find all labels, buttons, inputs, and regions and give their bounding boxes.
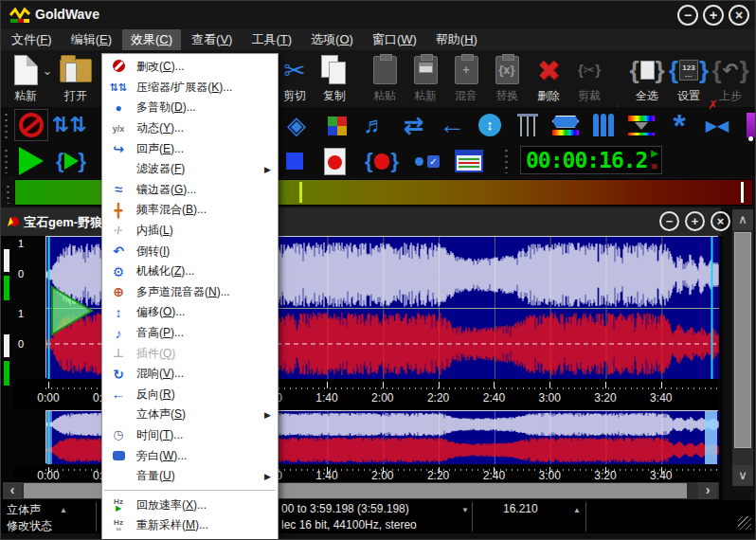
channel2-level-indicator[interactable] (4, 361, 9, 386)
menu-item-5[interactable]: 滤波器(F)▶ (102, 159, 278, 180)
record-button[interactable] (317, 145, 351, 177)
menu-item-6[interactable]: ≈镶边器(G)... (102, 180, 278, 201)
channel-mode-up-icon[interactable]: ▲ (60, 506, 67, 514)
scroll-right-icon[interactable]: › (698, 482, 717, 499)
pitch-button[interactable]: ♬ (357, 109, 391, 141)
select-all-button[interactable]: {} 全选 (627, 52, 667, 105)
menu-item-label: 删改(C)... (136, 59, 185, 75)
menu-item-19[interactable]: 旁白(W)... (102, 445, 278, 466)
scroll-up-icon[interactable]: ∧ (732, 209, 753, 230)
open-dropdown-button[interactable]: ⌄ (41, 52, 54, 105)
menu-item-20[interactable]: 音量(U)▶ (102, 466, 278, 487)
menu-item-18[interactable]: ◷时间(T)... (102, 425, 278, 446)
delete-button[interactable]: ✖ 删除 (529, 52, 568, 105)
menu-item-17[interactable]: 立体声(S)▶ (102, 405, 278, 425)
doc-close-button[interactable]: × (711, 211, 730, 231)
menu-item-8[interactable]: ·/·内插(L) (102, 221, 278, 242)
status-divider (585, 502, 586, 531)
doppler-button[interactable]: ◈ (279, 109, 314, 141)
menu-item-14: ⊥插件(Q) (102, 343, 278, 364)
menu-item-label: 机械化(Z)... (136, 263, 194, 279)
play-options-button[interactable]: ✓ (410, 145, 444, 177)
maximize-button[interactable]: + (703, 5, 724, 26)
new-button[interactable]: 粘新 (6, 52, 45, 105)
censor-effect-button[interactable] (14, 109, 48, 141)
mix-button[interactable]: + 混音 (446, 52, 486, 105)
menu-item-7[interactable]: ╋频率混合(B)... (102, 200, 278, 221)
vertical-scroll-thumb[interactable] (734, 232, 751, 448)
menu-item-16[interactable]: ←反向(R) (102, 385, 278, 405)
timeline-label: 2:40 (483, 391, 505, 405)
paste-new-button[interactable]: 粘新 (405, 52, 445, 105)
menu-item-9[interactable]: ↶倒转(I) (102, 241, 278, 261)
menu-item-0[interactable]: 删改(C)... (102, 57, 278, 78)
minimize-button[interactable]: − (677, 5, 698, 26)
open-button[interactable]: 打开 (56, 52, 96, 105)
menubar-item-4[interactable]: 工具(T) (243, 29, 300, 50)
exchange-button[interactable]: ⇄ (397, 109, 431, 141)
doc-maximize-button[interactable]: + (685, 211, 705, 231)
reverse-button[interactable]: ← (435, 109, 469, 141)
scroll-down-icon[interactable]: ∨ (732, 465, 753, 486)
menu-separator (104, 490, 276, 491)
scroll-left-icon[interactable]: ‹ (3, 482, 22, 499)
cut-button[interactable]: ✂ 剪切 (275, 52, 315, 105)
trim-button[interactable]: {✂} 剪裁 (569, 52, 609, 105)
control-properties-button[interactable] (452, 145, 486, 177)
menubar-item-3[interactable]: 查看(V) (183, 29, 241, 50)
menu-item-21[interactable]: Hz▶回放速率(X)... (102, 495, 278, 515)
menubar-item-6[interactable]: 窗口(W) (364, 29, 425, 50)
channel1-indicator[interactable] (4, 249, 9, 272)
channel1-level-indicator[interactable] (4, 276, 9, 300)
resize-grip[interactable] (738, 516, 751, 530)
menu-item-2[interactable]: ●多普勒(D)... (102, 98, 278, 118)
record-selection-button[interactable]: {} (365, 145, 399, 177)
toolbar-grip[interactable] (3, 111, 8, 139)
menubar-item-2[interactable]: 效果(C) (122, 29, 181, 50)
clipped-toolbar-icon[interactable] (747, 113, 756, 137)
effects-menu: 删改(C)...⇅⇅压缩器/扩展器(K)...●多普勒(D)...y/x动态(Y… (101, 53, 279, 540)
menu-item-12[interactable]: ↕偏移(O)... (102, 302, 278, 323)
timeline-tick (494, 382, 495, 388)
mixer-button[interactable] (319, 109, 353, 141)
close-button[interactable]: × (729, 5, 749, 26)
copy-button[interactable]: 复制 (315, 52, 354, 105)
compressor-button[interactable]: ⇅⇅ (52, 109, 86, 141)
toolbar-grip[interactable] (3, 147, 8, 173)
menubar-item-0[interactable]: 文件(F) (3, 29, 61, 50)
menu-item-13[interactable]: ♪音高(P)... (102, 323, 278, 344)
offset-button[interactable]: ↕ (473, 109, 507, 141)
equalizer-button[interactable] (511, 109, 545, 141)
menubar-item-7[interactable]: 帮助(H) (427, 29, 486, 50)
paste-button[interactable]: 粘贴 (365, 52, 405, 105)
doc-minimize-button[interactable]: − (659, 211, 679, 231)
toolbar-grip[interactable] (503, 147, 508, 173)
menu-item-11[interactable]: ⊕多声道混音器(N)... (102, 282, 278, 303)
menu-item-10[interactable]: ⚙机械化(Z)... (102, 261, 278, 282)
channel-mode-label[interactable]: 立体声 (7, 502, 41, 518)
meter-grip[interactable] (5, 183, 9, 204)
vertical-scrollbar[interactable]: ∧ ∨ (732, 209, 753, 486)
selection-down-icon[interactable]: ▼ (461, 506, 469, 514)
position-up-icon[interactable]: ▲ (573, 506, 581, 514)
settings-button[interactable]: {123···} 设置 (669, 52, 709, 105)
menu-item-3[interactable]: y/x动态(Y)... (102, 118, 278, 139)
channel2-indicator[interactable] (4, 334, 9, 357)
dynamics-icon: y/x (109, 122, 128, 135)
menu-item-4[interactable]: ↪回声(E)... (102, 138, 278, 159)
filter-button[interactable] (549, 109, 583, 141)
stop-button[interactable] (278, 145, 312, 177)
noise-gate-button[interactable] (586, 109, 621, 141)
menubar-item-1[interactable]: 编辑(E) (63, 29, 120, 50)
menu-item-1[interactable]: ⇅⇅压缩器/扩展器(K)... (102, 78, 278, 99)
play-button[interactable] (14, 145, 48, 177)
silence-button[interactable]: ▶◀✗ (700, 109, 734, 141)
menubar-item-5[interactable]: 选项(O) (302, 29, 362, 50)
timeline-tick (549, 382, 550, 388)
replace-button[interactable]: {x} 替换 (487, 52, 527, 105)
menu-item-15[interactable]: ↻混响(V)... (102, 364, 278, 385)
play-selection-button[interactable]: {} (54, 145, 88, 177)
smoother-button[interactable]: * (662, 109, 696, 141)
spectrum-filter-button[interactable] (624, 109, 658, 141)
menu-item-22[interactable]: Hz∞重新采样(M)... (102, 515, 278, 536)
